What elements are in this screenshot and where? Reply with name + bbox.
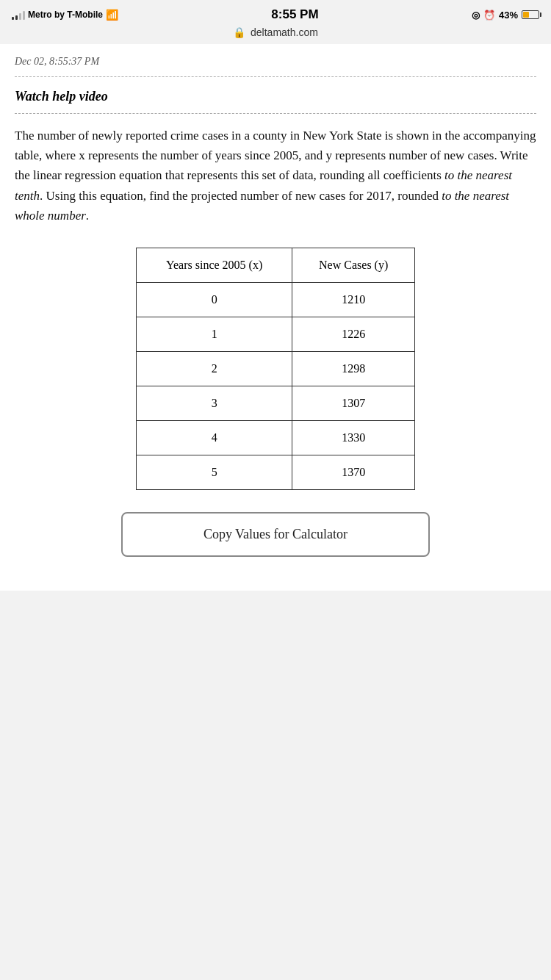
url-bar[interactable]: 🔒 deltamath.com xyxy=(0,25,551,44)
copy-values-button[interactable]: Copy Values for Calculator xyxy=(121,512,430,557)
table-cell-x: 5 xyxy=(137,455,292,489)
table-row: 11226 xyxy=(137,317,415,351)
carrier-name: Metro by T-Mobile xyxy=(28,10,103,20)
time-display: 8:55 PM xyxy=(271,7,318,22)
table-cell-x: 1 xyxy=(137,317,292,351)
table-cell-y: 1370 xyxy=(292,455,415,489)
table-row: 21298 xyxy=(137,351,415,386)
battery-fill xyxy=(523,12,529,18)
status-right: ◎ ⏰ 43% xyxy=(472,10,539,21)
signal-bars-icon xyxy=(12,10,25,20)
problem-text-end: . xyxy=(86,209,89,223)
table-container: Years since 2005 (x) New Cases (y) 01210… xyxy=(15,248,536,490)
table-body: 012101122621298313074133051370 xyxy=(137,282,415,489)
table-cell-y: 1226 xyxy=(292,317,415,351)
col2-header: New Cases (y) xyxy=(292,248,415,282)
table-cell-x: 3 xyxy=(137,386,292,420)
table-cell-x: 4 xyxy=(137,420,292,455)
alarm-icon: ⏰ xyxy=(483,10,495,21)
col1-header: Years since 2005 (x) xyxy=(137,248,292,282)
table-row: 01210 xyxy=(137,282,415,317)
data-table: Years since 2005 (x) New Cases (y) 01210… xyxy=(136,248,415,490)
battery-percent: 43% xyxy=(499,10,518,21)
table-cell-y: 1210 xyxy=(292,282,415,317)
table-cell-x: 0 xyxy=(137,282,292,317)
problem-text-part2: . Using this equation, find the projecte… xyxy=(40,189,442,203)
content-area: Dec 02, 8:55:37 PM Watch help video The … xyxy=(0,44,551,591)
table-cell-x: 2 xyxy=(137,351,292,386)
table-cell-y: 1298 xyxy=(292,351,415,386)
table-cell-y: 1307 xyxy=(292,386,415,420)
status-bar: Metro by T-Mobile 📶 8:55 PM ◎ ⏰ 43% xyxy=(0,0,551,25)
divider2 xyxy=(15,113,536,114)
table-row: 51370 xyxy=(137,455,415,489)
divider xyxy=(15,76,536,77)
url-text: deltamath.com xyxy=(251,26,318,38)
date-line: Dec 02, 8:55:37 PM xyxy=(15,56,536,68)
table-header-row: Years since 2005 (x) New Cases (y) xyxy=(137,248,415,282)
lock-icon: 🔒 xyxy=(233,26,245,38)
carrier-signal: Metro by T-Mobile 📶 xyxy=(12,9,118,21)
watch-help-link[interactable]: Watch help video xyxy=(15,89,536,104)
location-icon: ◎ xyxy=(472,10,480,21)
wifi-icon: 📶 xyxy=(106,9,118,21)
table-row: 41330 xyxy=(137,420,415,455)
problem-text: The number of newly reported crime cases… xyxy=(15,126,536,226)
table-row: 31307 xyxy=(137,386,415,420)
table-cell-y: 1330 xyxy=(292,420,415,455)
battery-icon xyxy=(522,10,539,19)
button-container: Copy Values for Calculator xyxy=(15,512,536,557)
